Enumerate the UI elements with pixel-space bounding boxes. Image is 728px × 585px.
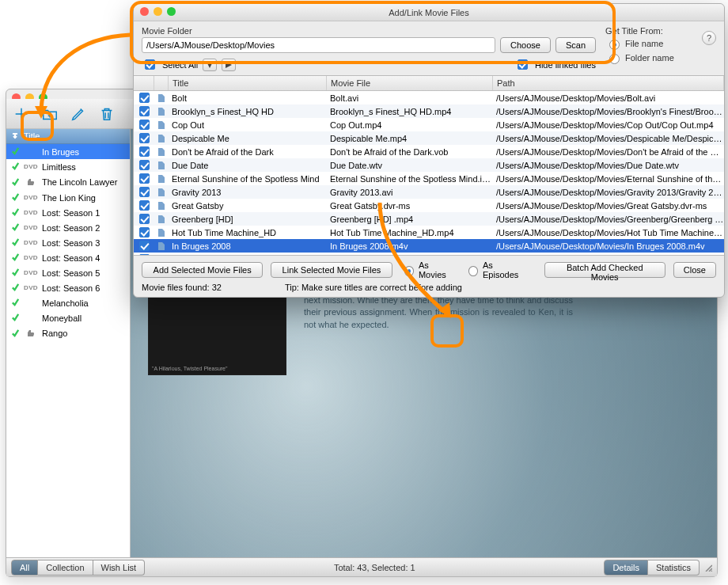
table-row[interactable]: Great GatsbyGreat Gatsby.dvr-ms/Users/AJ… [134, 199, 724, 212]
sidebar-item[interactable]: DVDLost: Season 1 [6, 205, 130, 220]
sidebar-item[interactable]: DVDLost: Season 3 [6, 235, 130, 250]
filter-segmented[interactable]: All Collection Wish List [11, 560, 145, 576]
dvd-icon: DVD [24, 284, 38, 291]
row-checkbox[interactable] [139, 93, 150, 103]
check-icon [11, 177, 20, 188]
table-row[interactable]: Gravity 2013Gravity 2013.avi/Users/AJMou… [134, 185, 724, 199]
table-row[interactable]: Despicable MeDespicable Me.mp4/Users/AJM… [134, 131, 724, 145]
table-row[interactable]: IntouchablesIntouchables.mkv/Users/AJMou… [134, 253, 724, 255]
dvd-icon: DVD [24, 224, 38, 231]
pencil-icon[interactable] [70, 105, 87, 123]
row-path: /Users/AJMouse/Desktop/Movies/Gravity 20… [493, 188, 724, 197]
dvd-icon: DVD [24, 163, 38, 170]
row-path: /Users/AJMouse/Desktop/Movies/In Bruges … [493, 241, 724, 251]
help-icon[interactable]: ? [702, 31, 716, 45]
sidebar-item[interactable]: DVDLost: Season 4 [6, 250, 130, 265]
dialog-title: Add/Link Movie Files [389, 8, 469, 17]
row-file: Great Gatsby.dvr-ms [327, 201, 493, 211]
view-segmented[interactable]: Details Statistics [604, 560, 700, 576]
filter-wishlist[interactable]: Wish List [93, 560, 146, 576]
dvd-icon: DVD [24, 254, 38, 261]
row-checkbox[interactable] [139, 160, 150, 170]
row-file: In Bruges 2008.m4v [327, 241, 493, 251]
sidebar-item[interactable]: In Bruges [6, 144, 130, 159]
sidebar-item[interactable]: DVDLimitless [6, 159, 130, 174]
link-selected-button[interactable]: Link Selected Movie Files [271, 262, 392, 278]
table-row[interactable]: BoltBolt.avi/Users/AJMouse/Desktop/Movie… [134, 91, 724, 104]
sidebar-item[interactable]: The Lincoln Lawyer [6, 174, 130, 190]
scan-button[interactable]: Scan [555, 37, 596, 53]
expand-icon[interactable] [222, 59, 236, 71]
sidebar-item[interactable]: Rango [6, 325, 130, 341]
select-all-label: Select All [162, 60, 198, 70]
view-details[interactable]: Details [604, 560, 648, 576]
row-title: Great Gatsby [169, 201, 327, 211]
folder-icon[interactable] [41, 105, 59, 123]
table-header[interactable]: Title Movie File Path [134, 76, 724, 91]
table-row[interactable]: Cop OutCop Out.mp4/Users/AJMouse/Desktop… [134, 118, 724, 131]
row-checkbox[interactable] [139, 241, 150, 251]
radio-as-episodes[interactable] [468, 266, 478, 276]
table-row[interactable]: Eternal Sunshine of the Spotless MindEte… [134, 172, 724, 185]
table-row[interactable]: Due DateDue Date.wtv/Users/AJMouse/Deskt… [134, 158, 724, 172]
check-icon [11, 298, 20, 308]
sidebar-header[interactable]: Title [6, 129, 130, 144]
trash-icon[interactable] [98, 105, 116, 123]
col-file[interactable]: Movie File [327, 76, 493, 90]
select-all-checkbox[interactable] [145, 59, 155, 70]
table-row[interactable]: Hot Tub Time Machine_HDHot Tub Time Mach… [134, 226, 724, 239]
sidebar-item[interactable]: DVDLost: Season 2 [6, 220, 130, 235]
sidebar-item[interactable]: Melancholia [6, 295, 130, 310]
add-icon[interactable] [13, 105, 30, 123]
row-checkbox[interactable] [139, 146, 150, 157]
folder-path-input[interactable] [142, 37, 495, 53]
table-row[interactable]: Greenberg [HD]Greenberg [HD] .mp4/Users/… [134, 212, 724, 226]
row-title: Bolt [169, 93, 327, 103]
row-checkbox[interactable] [139, 133, 150, 143]
svg-marker-2 [207, 62, 213, 68]
file-icon [154, 174, 169, 184]
collapse-icon[interactable] [203, 59, 217, 71]
dialog-titlebar[interactable]: Add/Link Movie Files [134, 4, 724, 21]
view-statistics[interactable]: Statistics [648, 560, 700, 576]
row-title: Despicable Me [169, 134, 327, 143]
close-icon[interactable] [140, 7, 149, 16]
row-checkbox[interactable] [139, 227, 150, 237]
radio-folder-name[interactable] [609, 54, 620, 64]
row-checkbox[interactable] [139, 214, 150, 224]
batch-add-button[interactable]: Batch Add Checked Movies [544, 262, 665, 278]
add-selected-button[interactable]: Add Selected Movie Files [142, 262, 263, 278]
sidebar-item[interactable]: DVDLost: Season 6 [6, 280, 130, 295]
sidebar: Title In BrugesDVDLimitlessThe Lincoln L… [6, 129, 131, 557]
row-checkbox[interactable] [139, 200, 150, 211]
row-checkbox[interactable] [139, 173, 150, 184]
choose-button[interactable]: Choose [500, 37, 551, 53]
table-row[interactable]: Brooklyn_s Finest_HQ HDBrooklyn_s Finest… [134, 104, 724, 118]
row-checkbox[interactable] [139, 120, 150, 130]
filter-collection[interactable]: Collection [38, 560, 93, 576]
hide-linked-checkbox[interactable] [518, 59, 528, 70]
row-path: /Users/AJMouse/Desktop/Movies/Due Date.w… [493, 161, 724, 170]
zoom-icon[interactable] [167, 7, 176, 16]
check-icon [11, 329, 20, 339]
col-title[interactable]: Title [169, 76, 327, 90]
table-row[interactable]: Don't be Afraid of the DarkDon't be Afra… [134, 145, 724, 158]
minimize-icon[interactable] [154, 7, 162, 16]
filter-all[interactable]: All [11, 560, 38, 576]
row-checkbox[interactable] [139, 254, 150, 255]
row-checkbox[interactable] [139, 187, 150, 197]
row-title: Brooklyn_s Finest_HQ HD [169, 107, 327, 116]
resize-grip-icon[interactable] [704, 564, 712, 572]
radio-as-movies[interactable] [404, 266, 414, 276]
table-row[interactable]: In Bruges 2008In Bruges 2008.m4v/Users/A… [134, 239, 724, 253]
close-button[interactable]: Close [673, 262, 716, 278]
file-icon [154, 120, 169, 130]
radio-file-name[interactable] [609, 40, 620, 50]
row-checkbox[interactable] [139, 106, 150, 116]
sidebar-item[interactable]: DVDLost: Season 5 [6, 265, 130, 280]
sidebar-item[interactable]: DVDThe Lion King [6, 190, 130, 205]
sidebar-item-label: Moneyball [42, 313, 82, 323]
sidebar-item[interactable]: Moneyball [6, 310, 130, 325]
sidebar-item-label: Lost: Season 2 [42, 223, 100, 233]
col-path[interactable]: Path [493, 76, 724, 90]
